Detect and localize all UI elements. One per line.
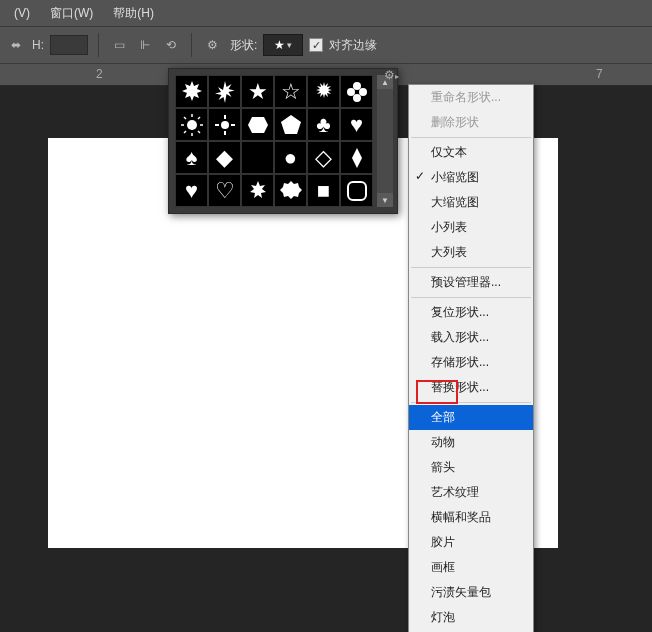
ctx-text-only[interactable]: 仅文本 [409,140,533,165]
ctx-load-shapes[interactable]: 载入形状... [409,325,533,350]
svg-point-4 [187,120,197,130]
shape-diamond-thin[interactable] [340,141,373,174]
shape-hexagon[interactable] [241,108,274,141]
separator [411,402,531,403]
separator [98,33,99,57]
menu-window[interactable]: 窗口(W) [40,1,103,26]
shape-diamond-fill[interactable]: ◆ [208,141,241,174]
shape-star-8[interactable] [241,174,274,207]
ctx-banners[interactable]: 横幅和奖品 [409,505,533,530]
shape-burst-thin[interactable] [208,75,241,108]
shape-sun-24[interactable] [175,108,208,141]
ctx-film[interactable]: 胶片 [409,530,533,555]
ctx-artistic-textures[interactable]: 艺术纹理 [409,480,533,505]
svg-point-3 [347,88,355,96]
ctx-small-list[interactable]: 小列表 [409,215,533,240]
menu-help[interactable]: 帮助(H) [103,1,164,26]
shape-diamond-outline[interactable]: ◇ [307,141,340,174]
separator [411,297,531,298]
ctx-large-thumbnail[interactable]: 大缩览图 [409,190,533,215]
height-label: H: [32,38,44,52]
scroll-track[interactable] [377,89,393,193]
shape-heart-outline[interactable]: ♡ [208,174,241,207]
align-edges-checkbox[interactable]: ✓ [309,38,323,52]
shape-starburst[interactable] [307,75,340,108]
shape-square-fill[interactable]: ■ [307,174,340,207]
ctx-arrows[interactable]: 箭头 [409,455,533,480]
shape-sun-16[interactable] [208,108,241,141]
shape-panel-scrollbar[interactable]: ▲ ▼ [377,75,393,207]
menu-bar: (V) 窗口(W) 帮助(H) [0,0,652,26]
ctx-reset-shapes[interactable]: 复位形状... [409,300,533,325]
ruler-tick: 7 [596,67,603,81]
shape-grid: ★ ☆ ♣ ♥ ♠ ◆ ● ◇ ♥ ♡ ■ [175,75,373,207]
panel-menu-gear-icon[interactable]: ⚙▸ [384,68,399,82]
ctx-small-thumbnail[interactable]: 小缩览图 [409,165,533,190]
ctx-rename-shape: 重命名形状... [409,85,533,110]
svg-line-10 [198,131,200,133]
align-icon-1[interactable]: ▭ [109,35,129,55]
ctx-delete-shape: 删除形状 [409,110,533,135]
separator [411,137,531,138]
align-edges-label: 对齐边缘 [329,37,377,54]
shape-moon[interactable] [241,141,274,174]
star-icon: ★ [274,38,285,52]
shape-circle[interactable]: ● [274,141,307,174]
ctx-frames[interactable]: 画框 [409,555,533,580]
ctx-all[interactable]: 全部 [409,405,533,430]
align-icon-2[interactable]: ⊩ [135,35,155,55]
svg-line-12 [198,117,200,119]
shape-heart-fill-2[interactable]: ♥ [175,174,208,207]
chevron-down-icon: ▾ [287,40,292,50]
ctx-save-shapes[interactable]: 存储形状... [409,350,533,375]
ctx-large-list[interactable]: 大列表 [409,240,533,265]
svg-point-0 [353,82,361,90]
height-input[interactable] [50,35,88,55]
shape-heart-fill[interactable]: ♥ [340,108,373,141]
svg-line-11 [184,131,186,133]
options-bar: ⬌ H: ▭ ⊩ ⟲ ⚙ 形状: ★ ▾ ✓ 对齐边缘 [0,26,652,64]
ctx-preset-manager[interactable]: 预设管理器... [409,270,533,295]
separator [411,267,531,268]
shape-star-outline[interactable]: ☆ [274,75,307,108]
ctx-grunge[interactable]: 污渍矢量包 [409,580,533,605]
shape-spade[interactable]: ♠ [175,141,208,174]
ctx-replace-shapes[interactable]: 替换形状... [409,375,533,400]
arrange-icon[interactable]: ⟲ [161,35,181,55]
svg-rect-18 [348,182,366,200]
context-menu: 重命名形状... 删除形状 仅文本 小缩览图 大缩览图 小列表 大列表 预设管理… [408,84,534,632]
menu-view[interactable]: (V) [4,2,40,24]
shape-flower[interactable] [340,75,373,108]
shape-pentagon[interactable] [274,108,307,141]
separator [191,33,192,57]
shape-club[interactable]: ♣ [307,108,340,141]
scroll-down-icon[interactable]: ▼ [377,193,393,207]
svg-point-13 [221,121,229,129]
ruler-tick: 2 [96,67,103,81]
link-icon[interactable]: ⬌ [6,35,26,55]
svg-point-2 [353,94,361,102]
shape-seal[interactable] [274,174,307,207]
shape-burst-8[interactable] [175,75,208,108]
shape-star-fill[interactable]: ★ [241,75,274,108]
ctx-animals[interactable]: 动物 [409,430,533,455]
ctx-lightbulbs[interactable]: 灯泡 [409,605,533,630]
svg-point-1 [359,88,367,96]
shape-picker-panel: ★ ☆ ♣ ♥ ♠ ◆ ● ◇ ♥ ♡ ■ ▲ ▼ [168,68,398,214]
shape-rounded-square[interactable] [340,174,373,207]
shape-label: 形状: [230,37,257,54]
svg-line-9 [184,117,186,119]
gear-icon[interactable]: ⚙ [202,35,222,55]
shape-picker[interactable]: ★ ▾ [263,34,303,56]
